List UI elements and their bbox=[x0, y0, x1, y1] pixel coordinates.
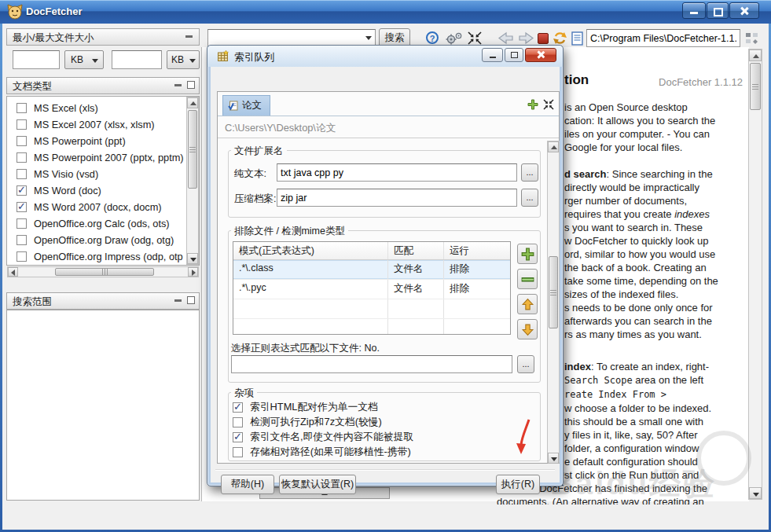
refresh-icon[interactable] bbox=[552, 30, 568, 46]
checkbox-icon[interactable] bbox=[233, 417, 243, 427]
scrollbar-thumb[interactable] bbox=[549, 256, 558, 328]
checkbox-icon[interactable] bbox=[17, 218, 27, 229]
collapse-icon[interactable] bbox=[174, 84, 182, 86]
exclude-rule-row[interactable]: .*\.class文件名排除 bbox=[233, 260, 510, 280]
min-filesize-input[interactable] bbox=[13, 50, 60, 69]
browse-archive-ext-button[interactable]: ... bbox=[521, 189, 538, 207]
help-icon[interactable]: ? bbox=[426, 31, 439, 44]
archive-extensions-input[interactable] bbox=[277, 189, 517, 207]
scroll-up-button[interactable] bbox=[187, 97, 198, 108]
help-button[interactable]: 帮助(H) bbox=[221, 475, 274, 494]
collapse-icon[interactable] bbox=[174, 299, 182, 302]
stop-icon[interactable] bbox=[538, 33, 549, 44]
tab-index-task[interactable]: 论文 bbox=[222, 95, 270, 116]
scrollbar-thumb[interactable] bbox=[55, 268, 154, 276]
exclude-rule-row[interactable]: .*\.pyc文件名排除 bbox=[233, 280, 510, 299]
add-index-icon[interactable] bbox=[527, 99, 538, 110]
compress-view-icon[interactable] bbox=[468, 31, 482, 45]
doctype-item[interactable]: OpenOffice.org Impress (odp, otp bbox=[7, 248, 199, 265]
move-rule-down-button[interactable] bbox=[517, 319, 538, 339]
checkbox-icon[interactable] bbox=[17, 185, 27, 196]
doctype-item[interactable]: OpenOffice.org Draw (odg, otg) bbox=[7, 232, 199, 248]
scrollbar-thumb[interactable] bbox=[750, 63, 761, 110]
chevron-down-icon bbox=[92, 59, 98, 63]
column-header-match[interactable]: 匹配 bbox=[388, 242, 444, 259]
chevron-down-icon[interactable] bbox=[365, 36, 372, 40]
checkbox-icon[interactable] bbox=[17, 103, 27, 113]
dialog-scrollbar[interactable] bbox=[547, 141, 560, 463]
misc-option-item[interactable]: 索引HTML配对作为单一文档 bbox=[231, 400, 538, 415]
checkbox-icon[interactable] bbox=[17, 235, 27, 245]
checkbox-icon[interactable] bbox=[17, 136, 27, 146]
plain-text-extensions-input[interactable] bbox=[277, 163, 517, 182]
move-rule-up-button[interactable] bbox=[517, 294, 538, 314]
doctype-item[interactable]: MS Excel 2007 (xlsx, xlsm) bbox=[7, 116, 199, 133]
exclude-rule-row[interactable] bbox=[233, 319, 510, 335]
browse-plain-ext-button[interactable]: ... bbox=[521, 163, 538, 182]
max-unit-select[interactable]: KB bbox=[167, 50, 200, 69]
doctype-item[interactable]: MS Powerpoint (ppt) bbox=[7, 133, 199, 149]
max-filesize-input[interactable] bbox=[112, 50, 162, 69]
doctype-item[interactable]: MS Excel (xls) bbox=[7, 100, 199, 116]
misc-option-item[interactable]: 检测可执行Zip和7z文档(较慢) bbox=[231, 415, 538, 430]
scroll-left-button[interactable] bbox=[8, 267, 18, 277]
misc-option-item[interactable]: 索引文件名,即使文件内容不能被提取 bbox=[231, 430, 538, 445]
minimize-button[interactable] bbox=[682, 2, 706, 19]
misc-option-label: 检测可执行Zip和7z文档(较慢) bbox=[250, 416, 382, 429]
scroll-right-button[interactable] bbox=[188, 267, 198, 277]
exclude-rule-row[interactable] bbox=[233, 299, 510, 319]
dialog-minimize-button[interactable] bbox=[482, 48, 503, 62]
path-divider bbox=[218, 138, 559, 138]
dialog-restore-button[interactable] bbox=[505, 48, 523, 62]
scroll-up-button[interactable] bbox=[749, 50, 762, 61]
index-queue-dialog: 索引队列 论文 bbox=[207, 45, 564, 486]
checkbox-icon[interactable] bbox=[233, 432, 243, 442]
misc-option-item[interactable]: 存储相对路径(如果可能移植性-携带) bbox=[231, 445, 538, 460]
scroll-down-button[interactable] bbox=[548, 453, 559, 464]
doctype-item[interactable]: MS Powerpoint 2007 (pptx, pptm) bbox=[7, 149, 199, 166]
doctype-item[interactable]: OpenOffice.org Calc (ods, ots) bbox=[7, 215, 199, 232]
scroll-down-button[interactable] bbox=[187, 253, 198, 264]
scrollbar-thumb[interactable] bbox=[188, 110, 197, 189]
column-header-action[interactable]: 运行 bbox=[444, 242, 510, 259]
doctype-item[interactable]: MS Visio (vsd) bbox=[7, 166, 199, 182]
restore-defaults-button[interactable]: 恢复默认设置(R) bbox=[279, 475, 356, 494]
address-bar[interactable] bbox=[586, 29, 740, 47]
doctype-item[interactable]: MS Word (doc) bbox=[7, 182, 199, 199]
dialog-close-button[interactable] bbox=[525, 48, 556, 62]
pattern-cell: .*\.pyc bbox=[233, 280, 388, 299]
preferences-gears-icon[interactable] bbox=[445, 31, 464, 45]
doctype-hscrollbar[interactable] bbox=[7, 266, 199, 277]
browse-regex-file-button[interactable]: ... bbox=[517, 355, 534, 373]
checkbox-icon[interactable] bbox=[233, 447, 243, 457]
regex-test-input[interactable] bbox=[231, 355, 512, 373]
doctype-item[interactable]: MS Word 2007 (docx, docm) bbox=[7, 199, 199, 215]
scroll-up-button[interactable] bbox=[548, 141, 559, 152]
back-icon[interactable] bbox=[497, 31, 515, 45]
forward-icon[interactable] bbox=[517, 31, 534, 45]
restore-icon[interactable] bbox=[187, 296, 195, 304]
doctype-scrollbar[interactable] bbox=[186, 97, 199, 265]
run-button[interactable]: 执行(R) bbox=[496, 475, 540, 494]
preview-scrollbar[interactable] bbox=[748, 49, 762, 500]
column-header-pattern[interactable]: 模式(正式表达式) bbox=[233, 242, 388, 259]
checkbox-icon[interactable] bbox=[233, 402, 243, 413]
close-button[interactable] bbox=[729, 2, 759, 19]
restore-icon[interactable] bbox=[187, 81, 195, 89]
add-rule-button[interactable] bbox=[517, 244, 538, 264]
checkbox-icon[interactable] bbox=[17, 119, 27, 130]
doctype-label: MS Word 2007 (docx, docm) bbox=[34, 201, 162, 213]
remove-rule-button[interactable] bbox=[517, 269, 538, 289]
compress-view-icon[interactable] bbox=[543, 99, 554, 110]
min-unit-select[interactable]: KB bbox=[64, 50, 104, 69]
extensions-group bbox=[228, 150, 541, 218]
collapse-icon[interactable] bbox=[185, 35, 193, 38]
maximize-button[interactable] bbox=[707, 2, 729, 19]
checkbox-icon[interactable] bbox=[17, 202, 27, 212]
close-icon bbox=[740, 6, 749, 16]
search-scope-area[interactable] bbox=[6, 310, 200, 501]
checkbox-icon[interactable] bbox=[17, 169, 27, 179]
checkbox-icon[interactable] bbox=[17, 152, 27, 163]
checkbox-icon[interactable] bbox=[17, 251, 27, 262]
web-interface-icon[interactable] bbox=[745, 32, 759, 45]
